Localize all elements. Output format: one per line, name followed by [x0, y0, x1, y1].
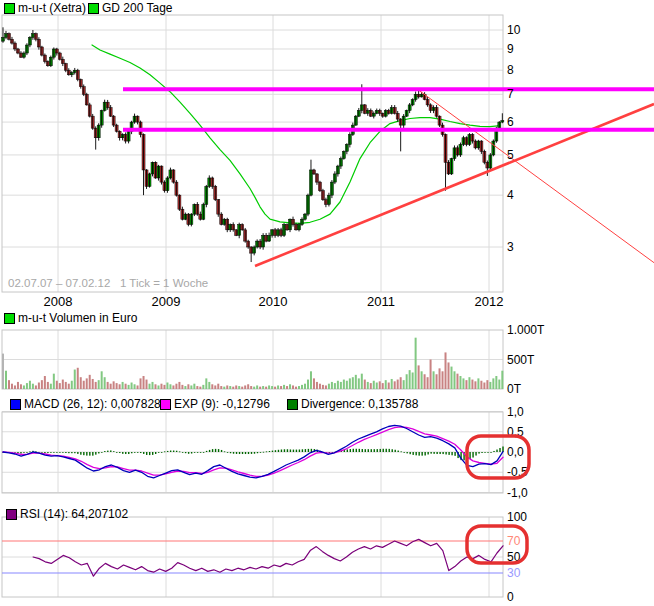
candle-wicks: [3, 27, 502, 262]
rsi-panel-lines: [2, 539, 503, 576]
svg-text:2010: 2010: [259, 294, 288, 309]
rsi-series-swatch: [6, 509, 17, 520]
svg-text:70: 70: [507, 534, 521, 548]
volume-series-swatch: [4, 313, 15, 324]
date-range-note: 02.07.07 – 07.02.12 1 Tick = 1 Woche: [8, 277, 208, 289]
exp-series-swatch: [160, 399, 171, 410]
volume-series-label: m-u-t Volumen in Euro: [18, 312, 137, 325]
svg-text:2011: 2011: [367, 294, 395, 309]
candles: [2, 34, 504, 253]
rsi-series-label: RSI (14): 64,207102: [20, 508, 128, 521]
volume-legend: m-u-t Volumen in Euro: [0, 311, 654, 325]
svg-text:1.000T: 1.000T: [507, 323, 545, 337]
price-series-label: m-u-t (Xetra): [18, 2, 86, 15]
gd200-line: [92, 45, 500, 223]
x-axis-year-labels: 20082009201020112012: [44, 294, 504, 309]
divergence-series-label: Divergence: 0,135788: [301, 398, 418, 411]
gd200-series-label: GD 200 Tage: [102, 2, 173, 15]
svg-text:9: 9: [507, 42, 514, 56]
svg-text:2012: 2012: [475, 294, 504, 309]
trendlines: [255, 90, 654, 266]
divergence-series-swatch: [287, 399, 298, 410]
svg-text:8: 8: [507, 63, 514, 77]
rsi-grid: [2, 517, 503, 597]
main-chart-legend: m-u-t (Xetra) GD 200 Tage: [0, 1, 654, 15]
volume-bars: [2, 338, 503, 389]
svg-text:-1,0: -1,0: [507, 486, 528, 500]
price-series-swatch: [4, 3, 15, 14]
svg-text:0T: 0T: [507, 382, 522, 396]
gd200-series-swatch: [88, 3, 99, 14]
macd-legend: MACD (26, 12): 0,007828 EXP (9): -0,1279…: [0, 397, 654, 411]
svg-text:2009: 2009: [152, 294, 181, 309]
svg-text:3: 3: [507, 240, 514, 254]
exp-series-label: EXP (9): -0,12796: [174, 398, 270, 411]
svg-text:30: 30: [507, 566, 521, 580]
svg-text:2008: 2008: [44, 294, 73, 309]
svg-text:0,0: 0,0: [507, 445, 524, 459]
svg-text:5: 5: [507, 148, 514, 162]
svg-text:4: 4: [507, 188, 514, 202]
divergence-histogram: [2, 446, 503, 460]
macd-series-label: MACD (26, 12): 0,007828: [24, 398, 161, 411]
svg-text:0: 0: [507, 590, 514, 604]
chart-root: 1098765431.000T500T0T1,00,50,0-0,5-1,010…: [0, 0, 654, 606]
svg-text:10: 10: [507, 23, 521, 37]
svg-text:6: 6: [507, 115, 514, 129]
rsi-legend: RSI (14): 64,207102: [0, 507, 654, 521]
svg-text:500T: 500T: [507, 353, 535, 367]
macd-series-swatch: [10, 399, 21, 410]
svg-text:7: 7: [507, 87, 514, 101]
